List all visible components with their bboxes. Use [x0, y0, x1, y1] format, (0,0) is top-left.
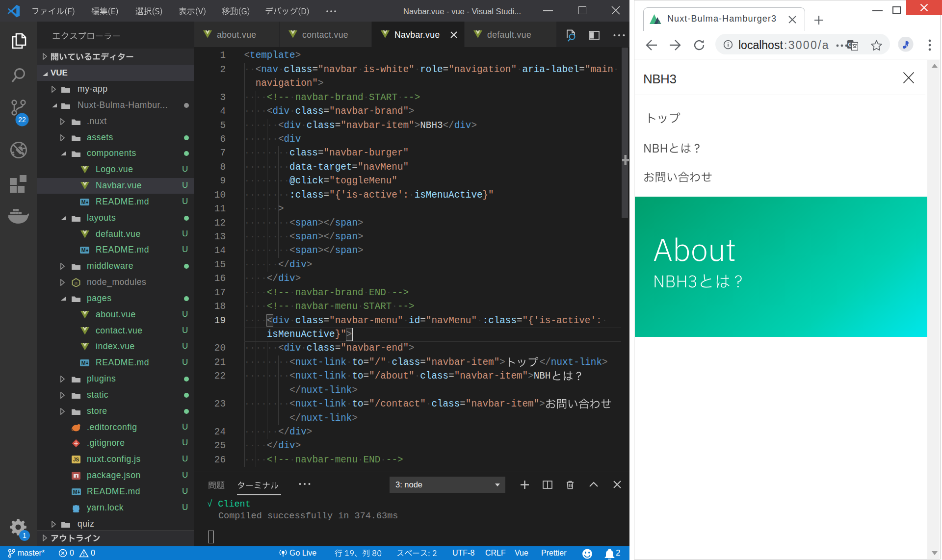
svg-text:M: M [73, 489, 78, 495]
svg-text:js: js [74, 281, 78, 285]
svg-text:M: M [81, 199, 86, 205]
svg-text:M: M [81, 247, 86, 253]
svg-text:1: 1 [23, 532, 26, 539]
svg-text:JS: JS [73, 457, 79, 462]
svg-text:22: 22 [18, 116, 26, 124]
svg-text:M: M [81, 360, 86, 366]
